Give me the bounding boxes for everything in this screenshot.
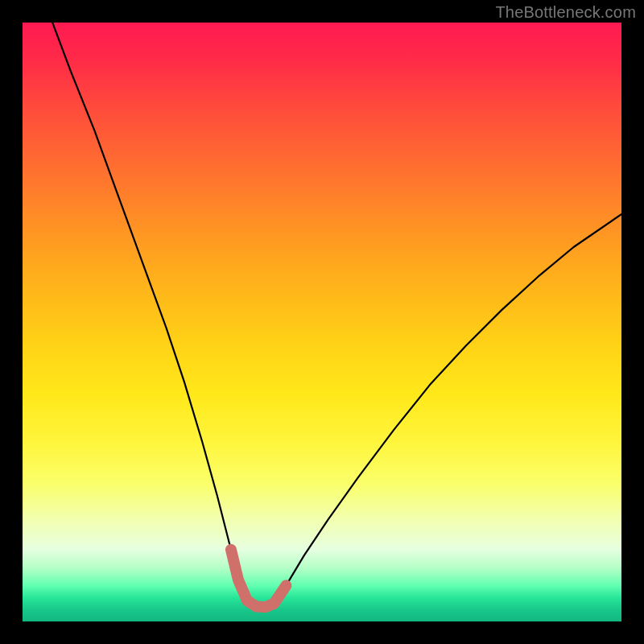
series-bottleneck-curve: [52, 23, 621, 607]
highlight-marker: [281, 580, 291, 590]
highlight-marker: [227, 546, 235, 554]
watermark-text: TheBottleneck.com: [495, 3, 636, 22]
chart-frame: TheBottleneck.com: [0, 0, 644, 644]
plot-area: [23, 23, 621, 621]
chart-svg: [23, 23, 621, 621]
highlight-marker: [234, 576, 242, 584]
highlight-marker: [243, 597, 251, 605]
highlight-marker: [269, 599, 279, 609]
